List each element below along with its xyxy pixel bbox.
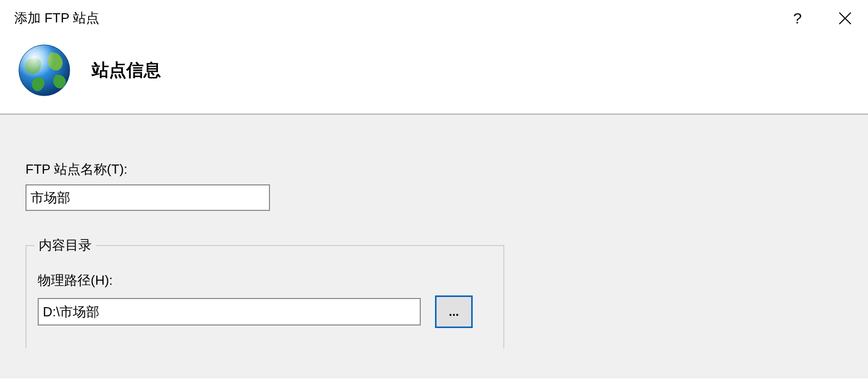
titlebar-controls: ? [793,10,853,27]
header-section: 站点信息 [0,32,868,114]
site-name-label: FTP 站点名称(T): [25,160,843,178]
close-icon[interactable] [837,11,853,26]
help-icon[interactable]: ? [793,10,802,27]
physical-path-input[interactable] [38,298,421,325]
physical-path-row: ... [38,295,492,328]
site-name-input[interactable] [25,184,270,211]
ellipsis-icon: ... [449,305,459,319]
content-directory-legend: 内容目录 [35,236,96,254]
page-heading: 站点信息 [92,59,161,82]
physical-path-label: 物理路径(H): [38,272,492,289]
globe-icon [16,42,72,98]
titlebar: 添加 FTP 站点 ? [0,0,868,32]
window-title: 添加 FTP 站点 [14,9,99,27]
content-area: FTP 站点名称(T): 内容目录 物理路径(H): ... [0,114,868,378]
browse-button[interactable]: ... [435,295,473,328]
content-directory-fieldset: 内容目录 物理路径(H): ... [25,236,504,348]
svg-point-1 [19,45,70,96]
